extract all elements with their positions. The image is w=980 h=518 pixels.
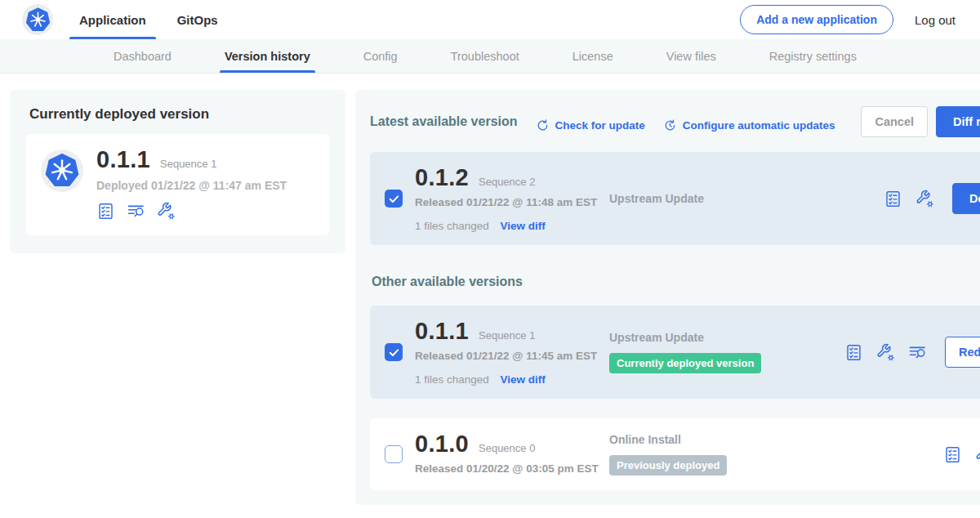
current-version-card: 0.1.1 Sequence 1 Deployed 01/21/22 @ 11:… <box>26 134 329 235</box>
kubernetes-logo-icon <box>43 152 81 190</box>
version-source-label: Upstream Update <box>609 192 704 205</box>
subtab-version-history-label: Version history <box>225 50 310 63</box>
released-timestamp: Released 01/21/22 @ 11:48 am EST <box>415 194 607 211</box>
main-content: Currently deployed version 0.1.1 Sequenc… <box>0 74 980 505</box>
version-row-0-1-2: 0.1.2 Sequence 2 Released 01/21/22 @ 11:… <box>370 152 980 245</box>
subtab-dashboard-label: Dashboard <box>114 50 172 63</box>
subtab-troubleshoot[interactable]: Troubleshoot <box>449 39 521 73</box>
diff-releases-button[interactable]: Diff releases <box>936 106 980 137</box>
edit-config-wrench-gear-icon[interactable] <box>157 202 176 221</box>
check-for-update-label: Check for update <box>555 119 645 132</box>
configure-automatic-updates-link[interactable]: Configure automatic updates <box>663 118 835 132</box>
current-version-sequence: Sequence 1 <box>160 158 216 170</box>
latest-version-title: Latest available version <box>370 114 518 129</box>
top-nav-tabs: Application GitOps <box>69 0 239 39</box>
version-info-column: 0.1.2 Sequence 2 Released 01/21/22 @ 11:… <box>415 165 609 232</box>
subtab-version-history[interactable]: Version history <box>223 39 312 73</box>
version-source-label: Online Install <box>609 433 681 446</box>
sub-nav: Dashboard Version history Config Trouble… <box>0 39 980 74</box>
version-select-checkbox[interactable] <box>385 343 403 361</box>
previously-deployed-badge: Previously deployed <box>609 455 727 476</box>
deploy-logs-magnifier-icon[interactable] <box>127 202 145 221</box>
tab-gitops[interactable]: GitOps <box>167 0 228 39</box>
version-number: 0.1.1 <box>415 319 469 343</box>
configure-automatic-updates-label: Configure automatic updates <box>683 119 835 132</box>
files-changed-label: 1 files changed <box>415 373 489 386</box>
version-source-column: Upstream Update <box>609 192 844 205</box>
subtab-troubleshoot-label: Troubleshoot <box>451 50 519 63</box>
subtab-view-files-label: View files <box>666 50 716 63</box>
deploy-button[interactable]: Deploy <box>952 183 980 214</box>
deploy-logs-magnifier-icon[interactable] <box>908 343 927 362</box>
add-application-button[interactable]: Add a new application <box>740 5 893 34</box>
app-icon-badge <box>41 150 83 192</box>
top-nav: Application GitOps Add a new application… <box>0 0 980 39</box>
refresh-icon <box>536 118 550 132</box>
preflight-checklist-icon[interactable] <box>943 445 962 464</box>
current-version-title: Currently deployed version <box>29 106 329 123</box>
subtab-config[interactable]: Config <box>362 39 399 73</box>
current-deployed-timestamp: Deployed 01/21/22 @ 11:47 am EST <box>96 179 287 192</box>
tab-application[interactable]: Application <box>69 0 156 39</box>
check-for-update-link[interactable]: Check for update <box>536 118 645 132</box>
version-info-column: 0.1.0 Sequence 0 Released 01/20/22 @ 03:… <box>415 431 609 477</box>
cancel-button[interactable]: Cancel <box>861 106 928 137</box>
subtab-registry-settings[interactable]: Registry settings <box>768 39 858 73</box>
version-number: 0.1.0 <box>415 431 469 456</box>
subtab-registry-settings-label: Registry settings <box>769 50 857 63</box>
kubernetes-logo-icon <box>24 7 51 33</box>
edit-config-wrench-gear-icon[interactable] <box>876 343 895 362</box>
version-row-0-1-0: 0.1.0 Sequence 0 Released 01/20/22 @ 03:… <box>370 418 980 490</box>
preflight-checklist-icon[interactable] <box>884 190 902 208</box>
subtab-config-label: Config <box>363 50 398 63</box>
version-actions-column: Deploy <box>884 183 980 214</box>
current-version-actions <box>96 202 287 221</box>
check-icon <box>388 346 400 359</box>
app-logo <box>22 4 53 35</box>
top-nav-right: Add a new application Log out <box>740 5 956 34</box>
version-actions-column <box>943 445 980 464</box>
released-timestamp: Released 01/21/22 @ 11:45 am EST <box>415 348 607 364</box>
version-source-label: Upstream Update <box>609 331 704 344</box>
files-changed-label: 1 files changed <box>415 220 489 232</box>
version-row-0-1-1: 0.1.1 Sequence 1 Released 01/21/22 @ 11:… <box>370 306 980 399</box>
subtab-view-files[interactable]: View files <box>665 39 718 73</box>
subtab-license-label: License <box>572 50 613 63</box>
version-sequence: Sequence 2 <box>479 176 535 188</box>
subtab-dashboard[interactable]: Dashboard <box>112 39 173 73</box>
check-icon <box>388 193 400 205</box>
currently-deployed-badge: Currently deployed version <box>609 353 761 373</box>
version-number: 0.1.2 <box>415 165 469 190</box>
version-actions-column: Redeploy <box>844 337 980 368</box>
version-info-column: 0.1.1 Sequence 1 Released 01/21/22 @ 11:… <box>415 319 609 386</box>
logout-link[interactable]: Log out <box>915 13 956 27</box>
view-diff-link[interactable]: View diff <box>501 373 546 386</box>
view-config-wrench-eye-icon[interactable] <box>975 445 980 464</box>
released-timestamp: Released 01/20/22 @ 03:05 pm EST <box>415 461 607 477</box>
version-sequence: Sequence 0 <box>479 442 535 454</box>
tab-gitops-label: GitOps <box>177 13 218 27</box>
preflight-checklist-icon[interactable] <box>96 202 115 221</box>
latest-version-header: Latest available version Check for updat… <box>370 106 980 137</box>
edit-config-wrench-gear-icon[interactable] <box>915 190 934 208</box>
header-actions: Cancel Diff releases <box>861 106 980 137</box>
other-versions-title: Other available versions <box>372 275 980 289</box>
clock-refresh-icon <box>663 118 677 132</box>
version-sequence: Sequence 1 <box>479 329 535 342</box>
version-select-checkbox[interactable] <box>385 445 403 463</box>
view-diff-link[interactable]: View diff <box>501 220 546 232</box>
current-version-panel: Currently deployed version 0.1.1 Sequenc… <box>10 90 345 253</box>
tab-application-label: Application <box>79 13 146 27</box>
current-version-info: 0.1.1 Sequence 1 Deployed 01/21/22 @ 11:… <box>96 147 287 221</box>
current-version-number: 0.1.1 <box>96 147 150 172</box>
redeploy-button[interactable]: Redeploy <box>945 337 980 368</box>
version-history-panel: Latest available version Check for updat… <box>355 90 980 505</box>
version-select-checkbox[interactable] <box>385 190 403 208</box>
preflight-checklist-icon[interactable] <box>844 343 863 362</box>
subtab-license[interactable]: License <box>571 39 615 73</box>
version-source-column: Online Install Previously deployed <box>609 433 844 476</box>
version-source-column: Upstream Update Currently deployed versi… <box>609 331 844 373</box>
